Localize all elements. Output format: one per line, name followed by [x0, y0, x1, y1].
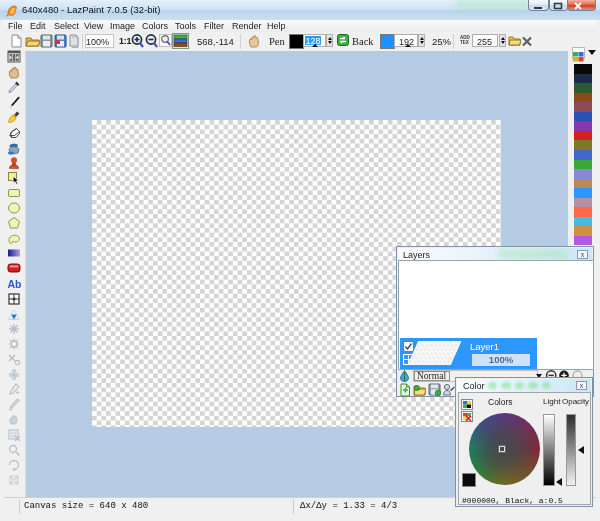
- svg-text:Ab: Ab: [8, 278, 22, 290]
